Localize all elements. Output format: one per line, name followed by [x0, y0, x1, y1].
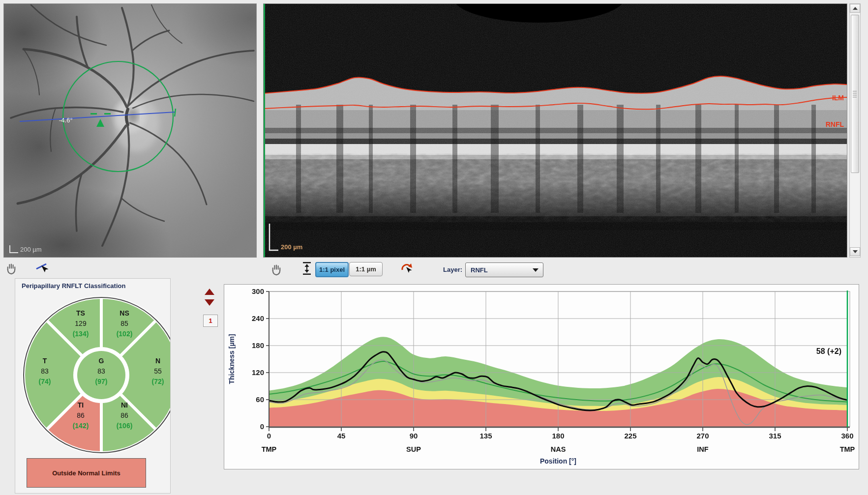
- zoom-1to1-pixel-button[interactable]: 1:1 pixel: [315, 262, 349, 277]
- oct-application-window: -4.6° 200 µm: [0, 0, 868, 495]
- sector-axis-label: TMP: [262, 445, 277, 453]
- sector-value: 83: [41, 367, 49, 375]
- fit-vertical-icon[interactable]: [301, 261, 312, 276]
- y-axis-title: Thickness [µm]: [228, 334, 236, 384]
- profile-down-button[interactable]: [205, 299, 214, 306]
- x-tick-label: 180: [552, 432, 564, 440]
- x-tick-label: 315: [769, 432, 781, 440]
- oct-vertical-scrollbar[interactable]: [849, 3, 861, 258]
- fundus-scale-label: 200 µm: [20, 246, 42, 253]
- oct-bscan-image: ILM RNFL 200 µm: [264, 4, 847, 257]
- x-tick-label: 45: [337, 432, 346, 440]
- layer-label: Layer:: [443, 266, 462, 273]
- sector-label: NS: [120, 309, 129, 317]
- hand-icon[interactable]: [270, 263, 283, 276]
- reference-line-tool-icon[interactable]: [35, 262, 49, 274]
- chevron-up-icon: [853, 7, 858, 10]
- sector-value: 55: [154, 367, 162, 375]
- sector-value: 86: [77, 411, 85, 419]
- scroll-down-button[interactable]: [850, 247, 860, 256]
- chevron-down-icon: [533, 268, 539, 272]
- x-tick-label: 0: [267, 432, 271, 440]
- sector-normal-value: (142): [73, 422, 89, 430]
- sector-axis-label: SUP: [406, 445, 421, 453]
- sector-label: N: [155, 357, 160, 365]
- sector-value: 86: [120, 411, 128, 419]
- y-tick-label: 240: [252, 314, 264, 322]
- sector-normal-value: (134): [73, 330, 89, 338]
- profile-up-button[interactable]: [205, 289, 214, 295]
- y-tick-label: 120: [252, 368, 264, 377]
- cursor-value-label: 58 (+2): [816, 347, 841, 355]
- rnfl-thickness-profile-panel: 06012018024030004590135180225270315360TM…: [224, 284, 859, 469]
- rnfl-label: RNFL: [826, 120, 844, 128]
- sector-label: TS: [76, 309, 85, 317]
- sector-label: G: [99, 357, 104, 365]
- sector-normal-value: (74): [39, 378, 51, 385]
- scroll-up-button[interactable]: [850, 4, 860, 13]
- layer-dropdown[interactable]: RNFL: [465, 262, 543, 277]
- sector-label: TI: [78, 401, 84, 409]
- sector-label: T: [43, 357, 47, 365]
- sector-axis-label: INF: [697, 445, 709, 453]
- x-axis-title: Position [°]: [540, 457, 576, 465]
- scrollbar-thumb[interactable]: [851, 15, 859, 173]
- thickness-profile-chart[interactable]: 06012018024030004590135180225270315360TM…: [224, 285, 859, 469]
- sector-normal-value: (106): [117, 422, 133, 430]
- sector-value: 85: [120, 320, 128, 327]
- x-tick-label: 135: [479, 432, 492, 440]
- y-tick-label: 180: [252, 341, 264, 349]
- chevron-down-icon: [853, 250, 858, 253]
- oct-bscan-panel[interactable]: ILM RNFL 200 µm: [263, 3, 847, 258]
- hand-icon[interactable]: [5, 262, 18, 275]
- sector-axis-label: NAS: [551, 445, 566, 453]
- classification-status-badge: Outside Normal Limits: [27, 458, 146, 488]
- y-tick-label: 60: [256, 395, 264, 404]
- fundus-image-panel[interactable]: -4.6° 200 µm: [3, 3, 257, 258]
- sector-classification-chart: TS129(134)NS85(102)T83(74)N55(72)TI86(14…: [15, 279, 170, 456]
- angle-label: -4.6°: [59, 116, 73, 124]
- scan-position-edge-marker: [264, 4, 265, 257]
- x-tick-label: 270: [696, 432, 709, 440]
- scan-number-button[interactable]: 1: [203, 315, 218, 327]
- rnflt-classification-panel: Peripapillary RNFLT Classification TS129…: [15, 278, 171, 494]
- sector-normal-value: (97): [95, 378, 108, 385]
- sector-axis-label: TMP: [840, 445, 855, 453]
- sector-label: NI: [121, 401, 128, 409]
- x-tick-label: 225: [624, 432, 636, 440]
- rotate-tool-icon[interactable]: [401, 262, 414, 275]
- x-tick-label: 90: [410, 432, 418, 440]
- zoom-1to1-um-button[interactable]: 1:1 µm: [349, 262, 383, 276]
- sector-normal-value: (102): [117, 330, 133, 338]
- y-tick-label: 0: [260, 422, 264, 431]
- sector-normal-value: (72): [152, 378, 164, 385]
- x-tick-label: 360: [841, 432, 853, 440]
- y-tick-label: 300: [252, 287, 264, 295]
- ilm-label: ILM: [832, 94, 844, 102]
- sector-value: 129: [75, 320, 87, 327]
- oct-scale-label: 200 µm: [281, 243, 302, 251]
- sector-value: 83: [97, 367, 105, 375]
- fundus-image: -4.6° 200 µm: [4, 4, 256, 257]
